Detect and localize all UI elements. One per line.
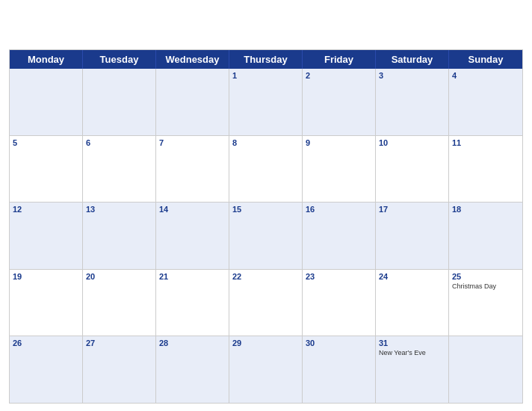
day-cell: 9 — [303, 136, 376, 203]
day-number: 17 — [379, 205, 445, 214]
day-cell: 10 — [376, 136, 449, 203]
day-number: 8 — [232, 138, 299, 147]
day-number: 11 — [452, 138, 519, 147]
day-number: 16 — [306, 205, 372, 214]
week-row-1: 1234 — [10, 69, 522, 135]
day-cell: 7 — [156, 136, 229, 203]
day-header-monday: Monday — [10, 50, 83, 69]
day-header-tuesday: Tuesday — [83, 50, 156, 69]
day-header-sunday: Sunday — [449, 50, 522, 69]
week-row-4: 19202122232425Christmas Day — [10, 269, 522, 336]
day-cell — [156, 69, 229, 135]
day-number: 28 — [159, 339, 226, 347]
day-cell: 23 — [303, 270, 376, 336]
day-number: 27 — [86, 339, 152, 347]
day-cell: 13 — [83, 203, 156, 269]
day-cell: 11 — [449, 136, 522, 203]
day-number: 15 — [232, 205, 299, 214]
day-number: 12 — [13, 205, 79, 214]
day-number: 19 — [13, 272, 79, 281]
week-row-5: 262728293031New Year's Eve — [10, 336, 522, 403]
day-cell: 4 — [449, 69, 522, 135]
week-row-2: 567891011 — [10, 135, 522, 203]
day-number: 1 — [232, 71, 299, 80]
day-number: 9 — [306, 138, 372, 147]
day-cell: 25Christmas Day — [449, 270, 522, 336]
day-cell: 27 — [83, 336, 156, 403]
day-cell: 3 — [376, 69, 449, 135]
day-number: 21 — [159, 272, 226, 281]
day-cell: 2 — [303, 69, 376, 135]
holiday-label: New Year's Eve — [379, 349, 445, 357]
day-number: 10 — [379, 138, 445, 147]
day-number: 26 — [13, 339, 79, 347]
day-cell: 20 — [83, 270, 156, 336]
day-number: 24 — [379, 272, 445, 281]
day-cell: 12 — [10, 203, 83, 269]
day-number: 7 — [159, 138, 226, 147]
day-number: 2 — [306, 71, 372, 80]
day-cell: 6 — [83, 136, 156, 203]
day-cell: 15 — [229, 203, 303, 269]
day-number: 13 — [86, 205, 152, 214]
day-cell: 16 — [303, 203, 376, 269]
calendar-page: MondayTuesdayWednesdayThursdayFridaySatu… — [0, 0, 532, 411]
day-header-wednesday: Wednesday — [156, 50, 229, 69]
day-number: 4 — [452, 71, 519, 80]
day-header-saturday: Saturday — [376, 50, 449, 69]
day-header-thursday: Thursday — [229, 50, 303, 69]
day-cell — [10, 69, 83, 135]
day-cell: 19 — [10, 270, 83, 336]
day-cell: 18 — [449, 203, 522, 269]
calendar-header — [9, 7, 523, 45]
day-cell — [449, 336, 522, 403]
day-number: 30 — [306, 339, 372, 347]
day-cell: 24 — [376, 270, 449, 336]
day-cell: 22 — [229, 270, 303, 336]
day-number: 14 — [159, 205, 226, 214]
day-header-friday: Friday — [303, 50, 376, 69]
day-number: 5 — [13, 138, 79, 147]
day-cell: 31New Year's Eve — [376, 336, 449, 403]
day-cell: 29 — [229, 336, 303, 403]
day-number: 22 — [232, 272, 299, 281]
day-cell: 28 — [156, 336, 229, 403]
day-headers-row: MondayTuesdayWednesdayThursdayFridaySatu… — [10, 50, 522, 69]
day-number: 31 — [379, 339, 445, 347]
day-number: 20 — [86, 272, 152, 281]
calendar-grid: MondayTuesdayWednesdayThursdayFridaySatu… — [9, 49, 523, 404]
week-row-3: 12131415161718 — [10, 202, 522, 269]
day-number: 29 — [232, 339, 299, 347]
day-cell: 17 — [376, 203, 449, 269]
day-number: 25 — [452, 272, 519, 281]
day-number: 18 — [452, 205, 519, 214]
weeks-container: 1234567891011121314151617181920212223242… — [10, 69, 522, 403]
day-number: 3 — [379, 71, 445, 80]
day-cell: 21 — [156, 270, 229, 336]
day-cell: 30 — [303, 336, 376, 403]
day-number: 6 — [86, 138, 152, 147]
day-cell — [83, 69, 156, 135]
day-number: 23 — [306, 272, 372, 281]
day-cell: 1 — [229, 69, 303, 135]
day-cell: 26 — [10, 336, 83, 403]
day-cell: 14 — [156, 203, 229, 269]
holiday-label: Christmas Day — [452, 282, 519, 291]
day-cell: 8 — [229, 136, 303, 203]
day-cell: 5 — [10, 136, 83, 203]
